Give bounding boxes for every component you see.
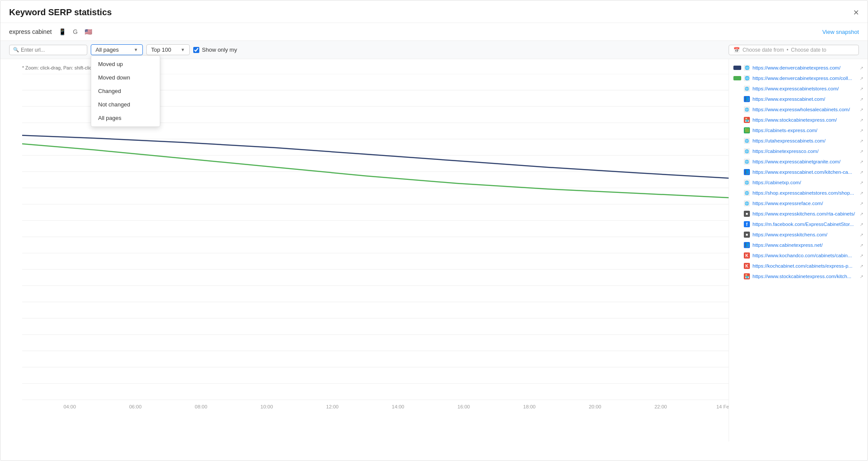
list-item[interactable]: K https://kochcabinet.com/cabinets/expre… — [729, 261, 868, 271]
modal-container: Keyword SERP statistics × express cabine… — [0, 0, 868, 461]
favicon: 🌐 — [744, 159, 750, 165]
favicon: K — [744, 252, 750, 259]
url-text: https://www.stockcabinetexpress.com/kitc… — [752, 274, 851, 279]
list-item[interactable]: K https://www.kochandco.com/cabinets/cab… — [729, 250, 868, 261]
favicon: 📘 — [744, 169, 750, 175]
svg-text:14 Feb: 14 Feb — [716, 404, 729, 409]
list-item[interactable]: 📘 https://www.cabinetexpress.net/ ↗ — [729, 240, 868, 250]
list-item[interactable]: ■ https://www.expresskitchens.com/rta-ca… — [729, 209, 868, 219]
top100-dropdown[interactable]: Top 100 ▼ — [146, 44, 190, 55]
list-item[interactable]: 🌐 https://www.expressreface.com/ ↗ — [729, 198, 868, 209]
favicon: 🌐 — [744, 138, 750, 144]
date-separator: • — [786, 47, 788, 53]
url-text: https://www.expresskitchens.com/rta-cabi… — [752, 211, 855, 216]
list-item[interactable]: 📘 https://www.expresscabinet.com/ ↗ — [729, 94, 868, 104]
list-item[interactable]: ■ https://www.expresskitchens.com/ ↗ — [729, 229, 868, 240]
svg-text:04:00: 04:00 — [63, 404, 76, 409]
list-item[interactable]: 🌐 https://cabinetxp.com/ ↗ — [729, 177, 868, 188]
external-link-icon[interactable]: ↗ — [860, 264, 863, 269]
external-link-icon[interactable]: ↗ — [860, 159, 863, 164]
list-item[interactable]: f https://m.facebook.com/ExpressCabinetS… — [729, 219, 868, 229]
flag-icon[interactable]: 🇺🇸 — [83, 27, 94, 36]
url-text: https://www.expresscabinet.com/ — [752, 96, 825, 102]
svg-text:08:00: 08:00 — [195, 404, 208, 409]
external-link-icon[interactable]: ↗ — [860, 274, 863, 279]
external-link-icon[interactable]: ↗ — [860, 107, 863, 112]
pages-dropdown-container: All pages ▼ Moved up Moved down Changed … — [91, 44, 143, 55]
pages-dropdown-value: All pages — [96, 46, 119, 53]
external-link-icon[interactable]: ↗ — [860, 180, 863, 185]
external-link-icon[interactable]: ↗ — [860, 253, 863, 258]
list-item[interactable]: 🏪 https://www.stockcabinetexpress.com/ki… — [729, 271, 868, 282]
external-link-icon[interactable]: ↗ — [860, 139, 863, 143]
close-button[interactable]: × — [853, 8, 859, 17]
url-text: https://shop.expresscabinetstores.com/sh… — [752, 190, 854, 196]
list-item[interactable]: 🌐 https://www.expresscabinetgranite.com/… — [729, 156, 868, 167]
external-link-icon[interactable]: ↗ — [860, 86, 863, 91]
mobile-icon[interactable]: 📱 — [57, 27, 68, 36]
date-from: Choose date from — [743, 47, 784, 53]
external-link-icon[interactable]: ↗ — [860, 170, 863, 175]
list-item[interactable]: 🌐 https://utahexpresscabinets.com/ ↗ — [729, 136, 868, 146]
url-text: https://cabinets-express.com/ — [752, 128, 818, 133]
external-link-icon[interactable]: ↗ — [860, 97, 863, 102]
list-item[interactable]: 🌐 https://www.expresscabinetstores.com/ … — [729, 83, 868, 94]
view-snapshot-link[interactable]: View snapshot — [822, 29, 859, 35]
favicon: 🌐 — [744, 65, 750, 71]
dropdown-item-all-pages[interactable]: All pages — [91, 111, 160, 125]
svg-text:06:00: 06:00 — [129, 404, 142, 409]
external-link-icon[interactable]: ↗ — [860, 212, 863, 216]
show-only-my-checkbox[interactable] — [193, 47, 199, 53]
url-input-field[interactable] — [21, 47, 83, 53]
modal-title: Keyword SERP statistics — [9, 7, 112, 17]
url-text: https://www.expresscabinet.com/kitchen-c… — [752, 169, 852, 175]
favicon: K — [744, 263, 750, 269]
color-indicator — [733, 66, 741, 70]
list-item[interactable]: 🌐 https://www.denvercabinetexpress.com/ … — [729, 63, 868, 73]
external-link-icon[interactable]: ↗ — [860, 118, 863, 123]
favicon: 🌐 — [744, 106, 750, 113]
pages-dropdown[interactable]: All pages ▼ — [91, 44, 143, 55]
dropdown-item-moved-up[interactable]: Moved up — [91, 57, 160, 71]
favicon: ■ — [744, 232, 750, 238]
favicon: 📘 — [744, 96, 750, 102]
list-item[interactable]: 🟩 https://cabinets-express.com/ ↗ — [729, 125, 868, 136]
svg-text:12:00: 12:00 — [326, 404, 339, 409]
url-text: https://www.expresskitchens.com/ — [752, 232, 828, 237]
favicon: f — [744, 221, 750, 227]
color-indicator — [733, 76, 741, 80]
external-link-icon[interactable]: ↗ — [860, 66, 863, 70]
list-item[interactable]: 🌐 https://shop.expresscabinetstores.com/… — [729, 188, 868, 198]
external-link-icon[interactable]: ↗ — [860, 222, 863, 227]
favicon: 🌐 — [744, 190, 750, 196]
date-range-picker[interactable]: 📅 Choose date from • Choose date to — [729, 45, 859, 55]
dropdown-item-moved-down[interactable]: Moved down — [91, 71, 160, 84]
favicon: ■ — [744, 211, 750, 217]
dropdown-item-not-changed[interactable]: Not changed — [91, 98, 160, 111]
list-item[interactable]: 📘 https://www.expresscabinet.com/kitchen… — [729, 167, 868, 177]
list-item[interactable]: 🏪 https://www.stockcabinetexpress.com/ ↗ — [729, 115, 868, 125]
svg-text:16:00: 16:00 — [458, 404, 470, 409]
svg-text:20:00: 20:00 — [589, 404, 601, 409]
date-to: Choose date to — [791, 47, 826, 53]
favicon: 🌐 — [744, 86, 750, 92]
external-link-icon[interactable]: ↗ — [860, 128, 863, 133]
list-item[interactable]: 🌐 https://cabinetexpressco.com/ ↗ — [729, 146, 868, 156]
list-item[interactable]: 🌐 https://www.denvercabinetexpress.com/c… — [729, 73, 868, 83]
sidebar-list: 🌐 https://www.denvercabinetexpress.com/ … — [729, 59, 868, 441]
dropdown-item-changed[interactable]: Changed — [91, 84, 160, 98]
url-search-input[interactable]: 🔍 — [9, 45, 87, 55]
favicon: 🌐 — [744, 179, 750, 186]
list-item[interactable]: 🌐 https://www.expresswholesalecabinets.c… — [729, 104, 868, 115]
external-link-icon[interactable]: ↗ — [860, 201, 863, 206]
favicon: 🌐 — [744, 75, 750, 81]
external-link-icon[interactable]: ↗ — [860, 149, 863, 154]
external-link-icon[interactable]: ↗ — [860, 243, 863, 248]
external-link-icon[interactable]: ↗ — [860, 191, 863, 196]
url-text: https://www.kochandco.com/cabinets/cabin… — [752, 253, 852, 258]
google-icon[interactable]: G — [71, 27, 79, 36]
external-link-icon[interactable]: ↗ — [860, 232, 863, 237]
external-link-icon[interactable]: ↗ — [860, 76, 863, 81]
top100-value: Top 100 — [151, 46, 171, 53]
url-text: https://utahexpresscabinets.com/ — [752, 138, 825, 143]
